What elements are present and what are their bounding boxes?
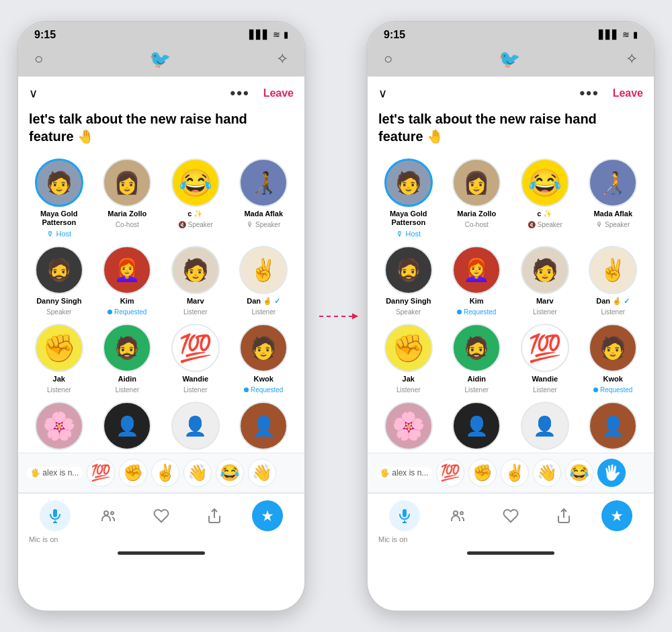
spark-icon-2 [601, 500, 632, 531]
participant-danny[interactable]: 🧔 Danny Singh Speaker [26, 246, 92, 316]
participant-jak-2[interactable]: ✊ Jak Listener [376, 324, 442, 394]
alex-text: 🖐 alex is n... [30, 468, 79, 478]
spark-button-1[interactable] [252, 500, 283, 531]
participant-extra2-2: 👤 [512, 402, 578, 450]
participant-marv[interactable]: 🧑 Marv Listener [163, 246, 228, 316]
participant-wandie[interactable]: 💯 Wandie Listener [163, 324, 228, 394]
participant-mada-2[interactable]: 🧑‍🦯 Mada Aflak 🎙 Speaker [581, 159, 646, 238]
people-button-2[interactable] [442, 500, 473, 531]
emoji-100-2[interactable]: 💯 [436, 459, 464, 487]
role-danny-2: Speaker [396, 308, 421, 316]
raise-hand-button[interactable]: 🖐 [597, 459, 626, 487]
more-options-2[interactable]: ••• [580, 85, 599, 102]
people-icon-2 [442, 500, 473, 531]
profile-icon-2[interactable]: ○ [384, 50, 392, 68]
name-wandie: Wandie [182, 375, 208, 383]
phones-container: 9:15 ▋▋▋ ≋ ▮ ○ 🐦 ✧ ∨ ••• Leave let's tal… [17, 21, 655, 612]
twitter-logo-2: 🐦 [499, 49, 520, 70]
avatar-kim-2: 👩‍🦰 [452, 246, 501, 294]
participant-dan-2[interactable]: ✌️ Dan 🤞 ✓ Listener [581, 246, 646, 316]
name-danny-2: Danny Singh [386, 297, 431, 306]
avatar-mada-2: 🧑‍🦯 [589, 159, 637, 207]
svg-rect-0 [53, 509, 57, 517]
participant-dan[interactable]: ✌️ Dan 🤞 ✓ Listener [231, 246, 297, 316]
svg-rect-6 [403, 509, 407, 517]
emoji-100[interactable]: 💯 [87, 459, 115, 487]
mic-button-1[interactable] [40, 500, 71, 531]
nav-bar-2: ○ 🐦 ✧ [368, 45, 654, 77]
emoji-laugh-2[interactable]: 😂 [565, 459, 593, 487]
mic-button-2[interactable] [389, 500, 420, 531]
participant-maya-2[interactable]: 🧑 Maya Gold Patterson 🎙 Host [376, 159, 442, 238]
leave-button[interactable]: Leave [263, 87, 294, 99]
participant-wandie-2[interactable]: 💯 Wandie Listener [512, 324, 578, 394]
name-maria: Maria Zollo [108, 210, 146, 218]
heart-button-2[interactable] [495, 500, 526, 531]
avatar-kwok: 🧑 [239, 324, 288, 372]
name-kim: Kim [120, 297, 134, 306]
top-bar-2: ∨ ••• Leave [368, 77, 654, 107]
participant-jak[interactable]: ✊ Jak Listener [26, 324, 92, 394]
participant-kim-2[interactable]: 👩‍🦰 Kim Requested [444, 246, 510, 316]
role-jak-2: Listener [396, 386, 421, 394]
profile-icon[interactable]: ○ [34, 50, 43, 68]
signal-icon-2: ▋▋▋ [599, 30, 619, 40]
participant-aidin-2[interactable]: 🧔 Aidin Listener [444, 324, 510, 394]
avatar-extra2-2: 👤 [521, 402, 569, 450]
status-time-1: 9:15 [34, 29, 56, 41]
participant-kwok-2[interactable]: 🧑 Kwok Requested [581, 324, 646, 394]
name-dan: Dan 🤞 ✓ [247, 297, 280, 306]
emoji-peace[interactable]: ✌️ [151, 459, 179, 487]
name-aidin: Aidin [118, 375, 137, 383]
role-maya-2: 🎙 Host [396, 230, 421, 238]
participant-kim[interactable]: 👩‍🦰 Kim Requested [95, 246, 161, 316]
participant-extra2: 👤 [163, 402, 228, 450]
avatar-kim: 👩‍🦰 [103, 246, 151, 294]
participant-flower[interactable]: 🌸 [26, 402, 92, 450]
name-maya: Maya Gold Patterson [32, 210, 86, 227]
avatar-maya-2: 🧑 [384, 159, 433, 207]
phone-1: 9:15 ▋▋▋ ≋ ▮ ○ 🐦 ✧ ∨ ••• Leave let's tal… [17, 21, 306, 612]
participant-maya[interactable]: 🧑 Maya Gold Patterson 🎙 Host [26, 159, 92, 238]
top-bar-1: ∨ ••• Leave [18, 77, 304, 107]
role-wandie: Listener [183, 386, 208, 394]
people-button-1[interactable] [93, 500, 124, 531]
sparkle-icon-2[interactable]: ✧ [626, 50, 638, 68]
participant-maria-2[interactable]: 👩 Maria Zollo Co-host [444, 159, 510, 238]
share-button-1[interactable] [199, 500, 230, 531]
share-button-2[interactable] [548, 500, 579, 531]
participant-c[interactable]: 😂 c ✨ 🔇 Speaker [163, 159, 228, 238]
participant-maria[interactable]: 👩 Maria Zollo Co-host [95, 159, 161, 238]
arrow-head: ▶ [352, 311, 358, 320]
heart-button-1[interactable] [146, 500, 177, 531]
participant-mada[interactable]: 🧑‍🦯 Mada Aflak 🎙 Speaker [231, 159, 297, 238]
avatar-maria: 👩 [103, 159, 151, 207]
sparkle-icon[interactable]: ✧ [276, 50, 288, 68]
chevron-icon-2[interactable]: ∨ [378, 86, 387, 101]
avatar-wandie-2: 💯 [521, 324, 569, 372]
more-options[interactable]: ••• [230, 85, 250, 102]
emoji-peace-2[interactable]: ✌️ [501, 459, 529, 487]
role-kwok: Requested [244, 386, 283, 394]
participant-c-2[interactable]: 😂 c ✨ 🔇 Speaker [512, 159, 578, 238]
emoji-wave[interactable]: 👋 [183, 459, 212, 487]
share-icon-2 [548, 500, 579, 531]
emoji-fist-2[interactable]: ✊ [468, 459, 497, 487]
participant-danny-2[interactable]: 🧔 Danny Singh Speaker [376, 246, 442, 316]
avatar-jak-2: ✊ [384, 324, 433, 372]
spark-button-2[interactable] [601, 500, 632, 531]
participant-aidin[interactable]: 🧔 Aidin Listener [95, 324, 161, 394]
avatar-kwok-2: 🧑 [589, 324, 637, 372]
role-wandie-2: Listener [533, 386, 557, 394]
participant-extra3: 👤 [231, 402, 297, 450]
emoji-wave-2[interactable]: 👋 [533, 459, 561, 487]
emoji-laugh[interactable]: 😂 [216, 459, 244, 487]
status-time-2: 9:15 [384, 29, 405, 41]
emoji-hand2[interactable]: 👋 [248, 459, 276, 487]
chevron-icon[interactable]: ∨ [29, 86, 38, 101]
participant-marv-2[interactable]: 🧑 Marv Listener [512, 246, 578, 316]
leave-button-2[interactable]: Leave [613, 87, 643, 99]
arrow-container: ▶ [319, 316, 353, 317]
emoji-fist[interactable]: ✊ [119, 459, 147, 487]
participant-kwok[interactable]: 🧑 Kwok Requested [231, 324, 297, 394]
